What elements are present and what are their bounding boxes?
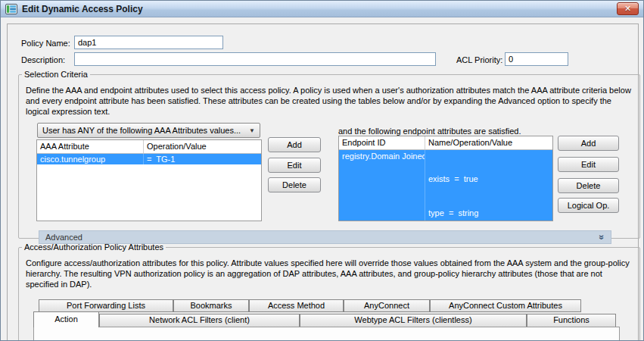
tab-anyconnect[interactable]: AnyConnect (344, 299, 430, 312)
tab-anyconnect-custom-attributes[interactable]: AnyConnect Custom Attributes (430, 299, 581, 312)
endpoint-caption: and the following endpoint attributes ar… (338, 127, 521, 136)
advanced-label: Advanced (45, 233, 82, 242)
tab-port-forwarding-lists[interactable]: Port Forwarding Lists (39, 299, 173, 312)
table-row[interactable]: registry.Domain Joined exists = true typ… (339, 150, 552, 221)
titlebar[interactable]: Edit Dynamic Access Policy ✕ (1, 1, 643, 17)
aaa-delete-button[interactable]: Delete (268, 177, 321, 192)
acl-priority-input[interactable] (505, 52, 568, 66)
chevron-down-icon: ▼ (249, 127, 255, 134)
selection-criteria-group: Selection Criteria Define the AAA and en… (18, 70, 640, 239)
logical-op-button[interactable]: Logical Op. (558, 198, 619, 213)
acl-priority-label: ACL Priority: (456, 55, 502, 64)
aaa-table-col-attribute: AAA Attribute (37, 140, 144, 153)
aaa-add-button[interactable]: Add (268, 137, 321, 152)
main-panel: Policy Name: Description: ACL Priority: … (7, 23, 639, 341)
dialog-body: Policy Name: Description: ACL Priority: … (1, 17, 644, 341)
tab-access-method[interactable]: Access Method (249, 299, 344, 312)
chevron-double-down-icon: » (599, 235, 606, 240)
close-icon: ✕ (624, 4, 631, 13)
policy-name-label: Policy Name: (21, 39, 70, 48)
aaa-table-col-operation: Operation/Value (144, 140, 261, 153)
endpoint-value-line: type = string (428, 208, 549, 219)
endpoint-table-header: Endpoint ID Name/Operation/Value (339, 136, 552, 150)
window-title: Edit Dynamic Access Policy (22, 4, 143, 14)
tab-webtype-acl-filters[interactable]: Webtype ACL Filters (clientless) (300, 314, 527, 327)
endpoint-value-line: exists = true (428, 174, 549, 185)
endpoint-table-col-id: Endpoint ID (339, 136, 425, 149)
aaa-edit-button[interactable]: Edit (268, 158, 321, 173)
access-authorization-description: Configure access/authorization attribute… (26, 258, 631, 289)
policy-name-input[interactable] (74, 36, 223, 49)
edit-dynamic-access-policy-dialog: Edit Dynamic Access Policy ✕ Policy Name… (0, 0, 644, 341)
aaa-attribute-cell: cisco.tunnelgroup (37, 154, 144, 164)
description-input[interactable] (74, 52, 436, 66)
app-icon (5, 4, 17, 14)
aaa-criteria-dropdown[interactable]: User has ANY of the following AAA Attrib… (37, 123, 260, 138)
endpoint-edit-button[interactable]: Edit (558, 157, 619, 172)
selection-criteria-description: Define the AAA and endpoint attributes u… (26, 85, 631, 117)
aaa-table-header: AAA Attribute Operation/Value (37, 140, 261, 154)
access-authorization-title: Access/Authorization Policy Attributes (22, 242, 166, 252)
tab-functions[interactable]: Functions (527, 314, 616, 327)
close-button[interactable]: ✕ (617, 2, 639, 15)
description-label: Description: (21, 55, 65, 64)
tab-action[interactable]: Action (33, 311, 99, 327)
aaa-attributes-table: AAA Attribute Operation/Value cisco.tunn… (36, 139, 262, 221)
tab-network-acl-filters[interactable]: Network ACL Filters (client) (99, 314, 300, 327)
endpoint-values-cell: exists = true type = string value = lab.… (425, 150, 552, 221)
endpoint-add-button[interactable]: Add (558, 136, 619, 151)
action-tab-panel: Action: Continue Quarantine Terminate (33, 327, 620, 341)
endpoint-id-cell: registry.Domain Joined (339, 150, 425, 221)
access-authorization-group: Access/Authorization Policy Attributes C… (18, 242, 640, 341)
tab-bookmarks[interactable]: Bookmarks (173, 299, 249, 312)
endpoint-table-col-values: Name/Operation/Value (425, 136, 552, 149)
table-row[interactable]: cisco.tunnelgroup = TG-1 (37, 154, 261, 164)
aaa-criteria-dropdown-value: User has ANY of the following AAA Attrib… (42, 126, 246, 135)
aaa-operation-cell: = TG-1 (144, 154, 261, 164)
endpoint-attributes-table: Endpoint ID Name/Operation/Value registr… (338, 136, 553, 221)
selection-criteria-title: Selection Criteria (22, 70, 90, 79)
endpoint-delete-button[interactable]: Delete (558, 178, 619, 193)
